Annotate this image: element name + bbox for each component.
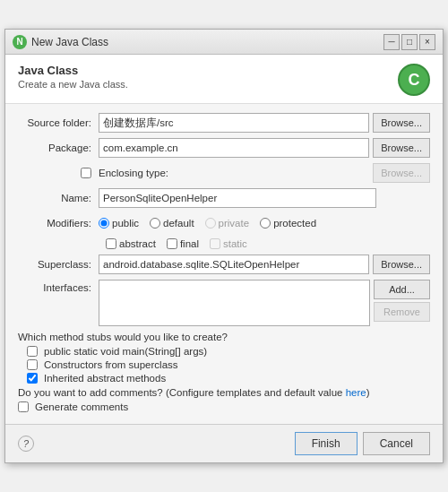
superclass-input[interactable] bbox=[99, 255, 369, 274]
superclass-label: Superclass: bbox=[18, 259, 99, 270]
dialog-icon: N bbox=[13, 35, 27, 49]
modifier-final-label: final bbox=[180, 238, 199, 249]
modifier-static-label: static bbox=[223, 238, 247, 249]
modifiers-radio-group: public default private protected bbox=[99, 218, 430, 229]
method-stubs-options: public static void main(String[] args) C… bbox=[18, 346, 430, 384]
package-row: Package: Browse... bbox=[18, 138, 430, 158]
modifier-private-label: private bbox=[219, 218, 250, 229]
footer-left: ? bbox=[18, 436, 34, 452]
method-stubs-question: Which method stubs would you like to cre… bbox=[18, 332, 430, 342]
modifiers-label: Modifiers: bbox=[18, 218, 99, 229]
footer-buttons: Finish Cancel bbox=[295, 432, 430, 455]
finish-button[interactable]: Finish bbox=[295, 432, 358, 455]
header-title: Java Class bbox=[18, 64, 128, 77]
enclosing-type-label: Enclosing type: bbox=[99, 168, 168, 178]
dialog-body: Source folder: Browse... Package: Browse… bbox=[5, 104, 443, 424]
modifier-abstract-label: abstract bbox=[119, 238, 156, 249]
generate-comments-row: Generate comments bbox=[18, 401, 430, 412]
method-stub-inherited-checkbox[interactable] bbox=[27, 373, 38, 384]
modifier-final-checkbox[interactable] bbox=[167, 238, 177, 249]
modifier-abstract-checkbox[interactable] bbox=[106, 238, 116, 249]
modifier-default-radio[interactable] bbox=[150, 218, 160, 229]
method-stub-main: public static void main(String[] args) bbox=[27, 346, 430, 357]
package-input[interactable] bbox=[99, 138, 369, 158]
modifier-default-label: default bbox=[163, 218, 194, 229]
interfaces-remove-button: Remove bbox=[374, 302, 430, 322]
maximize-button[interactable]: □ bbox=[401, 34, 418, 50]
name-input[interactable] bbox=[99, 188, 376, 208]
dialog-footer: ? Finish Cancel bbox=[5, 424, 443, 462]
comments-link[interactable]: here bbox=[346, 387, 366, 398]
modifier-protected: protected bbox=[260, 218, 316, 229]
title-bar-left: N New Java Class bbox=[13, 35, 108, 49]
superclass-browse-button[interactable]: Browse... bbox=[373, 255, 430, 274]
method-stub-inherited: Inherited abstract methods bbox=[27, 373, 430, 384]
source-folder-input[interactable] bbox=[99, 113, 369, 133]
minimize-button[interactable]: ─ bbox=[383, 34, 400, 50]
name-row: Name: bbox=[18, 188, 430, 208]
interfaces-label: Interfaces: bbox=[18, 280, 99, 293]
comments-question-text: Do you want to add comments? (Configure … bbox=[18, 387, 346, 398]
title-controls: ─ □ × bbox=[383, 34, 435, 50]
method-stub-main-checkbox[interactable] bbox=[27, 346, 38, 357]
name-label: Name: bbox=[18, 193, 99, 203]
header-logo: C bbox=[398, 64, 430, 96]
superclass-row: Superclass: Browse... bbox=[18, 255, 430, 274]
modifier-abstract: abstract bbox=[106, 238, 156, 249]
dialog-header: Java Class Create a new Java class. C bbox=[5, 55, 443, 104]
enclosing-type-checkbox[interactable] bbox=[81, 168, 91, 178]
logo-text: C bbox=[409, 71, 420, 90]
package-label: Package: bbox=[18, 142, 99, 153]
method-stub-constructors-label: Constructors from superclass bbox=[44, 359, 178, 370]
close-button[interactable]: × bbox=[419, 34, 435, 50]
modifier-static: static bbox=[210, 238, 247, 249]
modifier-protected-label: protected bbox=[273, 218, 316, 229]
modifier-public-label: public bbox=[112, 218, 139, 229]
modifiers-row2: abstract final static bbox=[18, 238, 430, 249]
interfaces-add-button[interactable]: Add... bbox=[374, 280, 430, 299]
generate-comments-label: Generate comments bbox=[35, 401, 128, 412]
modifier-default: default bbox=[150, 218, 194, 229]
method-stub-constructors: Constructors from superclass bbox=[27, 359, 430, 370]
header-subtitle: Create a new Java class. bbox=[18, 79, 128, 90]
enclosing-type-row: Enclosing type: Browse... bbox=[18, 163, 430, 183]
package-browse-button[interactable]: Browse... bbox=[373, 138, 430, 158]
modifier-static-checkbox[interactable] bbox=[210, 238, 220, 249]
method-stub-main-label: public static void main(String[] args) bbox=[44, 346, 207, 357]
modifier-protected-radio[interactable] bbox=[260, 218, 271, 229]
comments-question: Do you want to add comments? (Configure … bbox=[18, 387, 430, 398]
modifiers-row: Modifiers: public default private protec… bbox=[18, 213, 430, 233]
help-button[interactable]: ? bbox=[18, 436, 34, 452]
modifier-private: private bbox=[205, 218, 250, 229]
source-folder-browse-button[interactable]: Browse... bbox=[373, 113, 430, 133]
interfaces-buttons: Add... Remove bbox=[374, 280, 430, 322]
interfaces-textarea[interactable] bbox=[99, 280, 370, 326]
method-stub-constructors-checkbox[interactable] bbox=[27, 359, 38, 370]
modifier-private-radio[interactable] bbox=[205, 218, 216, 229]
header-text: Java Class Create a new Java class. bbox=[18, 64, 128, 90]
modifier-public: public bbox=[99, 218, 139, 229]
dialog-title: New Java Class bbox=[31, 36, 108, 48]
source-folder-row: Source folder: Browse... bbox=[18, 113, 430, 133]
source-folder-label: Source folder: bbox=[18, 117, 99, 128]
enclosing-type-browse-button: Browse... bbox=[373, 163, 430, 183]
modifier-final: final bbox=[167, 238, 199, 249]
comments-question-end: ) bbox=[366, 387, 370, 398]
dialog-window: N New Java Class ─ □ × Java Class Create… bbox=[4, 29, 444, 463]
generate-comments-checkbox[interactable] bbox=[18, 401, 29, 412]
modifier-public-radio[interactable] bbox=[99, 218, 109, 229]
title-bar: N New Java Class ─ □ × bbox=[5, 30, 443, 55]
interfaces-area: Interfaces: Add... Remove bbox=[18, 280, 430, 326]
method-stub-inherited-label: Inherited abstract methods bbox=[44, 373, 166, 384]
cancel-button[interactable]: Cancel bbox=[363, 432, 430, 455]
